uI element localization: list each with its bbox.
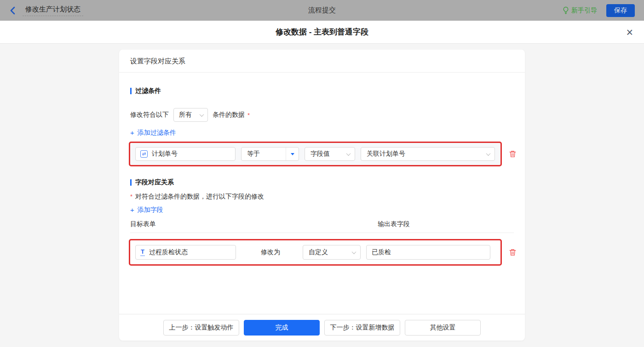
workflow-node-label: 流程提交 bbox=[0, 6, 644, 15]
close-icon[interactable]: × bbox=[626, 26, 633, 38]
required-asterisk: * bbox=[247, 112, 250, 119]
target-field-value: 过程质检状态 bbox=[149, 248, 188, 256]
mapping-description-row: * 对符合过滤条件的数据，进行以下字段的修改 bbox=[130, 193, 514, 200]
modify-to-label: 修改为 bbox=[261, 248, 280, 256]
plus-icon: + bbox=[130, 206, 134, 213]
filter-condition-row: ⇄ 计划单号 等于 字段值 关联计划单号 bbox=[129, 142, 514, 166]
mapping-column-headers: 目标表单 输出表字段 bbox=[130, 220, 514, 233]
required-asterisk: * bbox=[130, 193, 132, 200]
target-field-select[interactable]: T 过程质检状态 bbox=[135, 245, 236, 260]
done-button[interactable]: 完成 bbox=[244, 320, 320, 336]
lightbulb-icon bbox=[563, 6, 569, 14]
filter-field-select[interactable]: ⇄ 计划单号 bbox=[135, 147, 236, 161]
field-mapping-row: T 过程质检状态 修改为 自定义 bbox=[129, 239, 514, 266]
operator-select[interactable]: 等于 bbox=[241, 147, 299, 161]
spacer bbox=[130, 266, 514, 314]
add-filter-condition-label: 添加过滤条件 bbox=[138, 129, 176, 137]
add-field-label: 添加字段 bbox=[138, 206, 163, 214]
chevron-down-icon bbox=[346, 151, 351, 156]
filter-condition-highlight-box: ⇄ 计划单号 等于 字段值 关联计划单号 bbox=[129, 142, 502, 166]
workflow-title[interactable]: 修改生产计划状态 bbox=[23, 5, 83, 16]
compare-field-select[interactable]: 关联计划单号 bbox=[361, 147, 495, 161]
filter-section-title: 过滤条件 bbox=[130, 87, 514, 95]
beginner-guide-link[interactable]: 新手引导 bbox=[563, 6, 597, 15]
match-prefix-label: 修改符合以下 bbox=[130, 111, 169, 119]
filter-section-title-text: 过滤条件 bbox=[135, 87, 161, 95]
delete-field-row-button[interactable] bbox=[508, 247, 518, 257]
column-header-target-form: 目标表单 bbox=[130, 220, 378, 228]
filter-field-value: 计划单号 bbox=[152, 150, 178, 158]
trash-icon bbox=[509, 150, 517, 158]
chevron-down-icon bbox=[486, 151, 491, 156]
value-type-select[interactable]: 字段值 bbox=[305, 147, 355, 161]
add-filter-condition-link[interactable]: + 添加过滤条件 bbox=[130, 129, 176, 137]
delete-condition-button[interactable] bbox=[508, 149, 518, 159]
operator-dropdown-zone[interactable] bbox=[286, 148, 299, 160]
match-suffix-label: 条件的数据 bbox=[213, 111, 245, 119]
add-field-link[interactable]: + 添加字段 bbox=[130, 206, 163, 214]
match-mode-select[interactable]: 所有 bbox=[173, 108, 208, 122]
value-type-value: 字段值 bbox=[310, 150, 330, 158]
top-toolbar: 修改生产计划状态 流程提交 新手引导 保存 bbox=[0, 0, 644, 21]
mapping-section-title: 字段对应关系 bbox=[130, 178, 514, 187]
panel-footer: 上一步：设置触发动作 完成 下一步：设置新增数据 其他设置 bbox=[119, 314, 525, 341]
mapping-section-title-text: 字段对应关系 bbox=[135, 178, 174, 187]
operator-value: 等于 bbox=[242, 148, 286, 160]
modal-title: 修改数据 - 主表到普通字段 bbox=[276, 27, 368, 37]
serial-number-field-icon: ⇄ bbox=[140, 150, 148, 158]
chevron-down-icon bbox=[200, 112, 204, 117]
custom-value-input[interactable] bbox=[366, 245, 490, 260]
panel-header-title: 设置字段对应关系 bbox=[119, 50, 525, 73]
beginner-guide-label: 新手引导 bbox=[571, 6, 597, 15]
save-button[interactable]: 保存 bbox=[606, 4, 635, 17]
field-mapping-panel: 设置字段对应关系 过滤条件 修改符合以下 所有 条件的数据 * + 添加过滤条件… bbox=[119, 50, 525, 341]
triangle-down-icon bbox=[291, 153, 294, 155]
back-icon[interactable] bbox=[9, 6, 16, 15]
trash-icon bbox=[509, 248, 517, 256]
column-header-output-field: 输出表字段 bbox=[378, 220, 410, 228]
field-mapping-highlight-box: T 过程质检状态 修改为 自定义 bbox=[129, 239, 502, 266]
chevron-down-icon bbox=[352, 250, 356, 254]
match-condition-row: 修改符合以下 所有 条件的数据 * bbox=[130, 108, 514, 122]
value-mode-value: 自定义 bbox=[309, 248, 328, 256]
text-field-icon: T bbox=[140, 249, 145, 256]
next-step-button[interactable]: 下一步：设置新增数据 bbox=[324, 320, 400, 336]
other-settings-button[interactable]: 其他设置 bbox=[405, 320, 481, 336]
section-marker-bar bbox=[130, 179, 132, 186]
prev-step-button[interactable]: 上一步：设置触发动作 bbox=[163, 320, 239, 336]
mapping-description: 对符合过滤条件的数据，进行以下字段的修改 bbox=[135, 193, 264, 201]
match-mode-value: 所有 bbox=[179, 111, 192, 119]
modal-header: 修改数据 - 主表到普通字段 × bbox=[0, 21, 644, 44]
compare-field-value: 关联计划单号 bbox=[367, 150, 405, 158]
section-marker-bar bbox=[130, 88, 132, 94]
value-mode-select[interactable]: 自定义 bbox=[303, 245, 361, 260]
plus-icon: + bbox=[130, 129, 134, 136]
